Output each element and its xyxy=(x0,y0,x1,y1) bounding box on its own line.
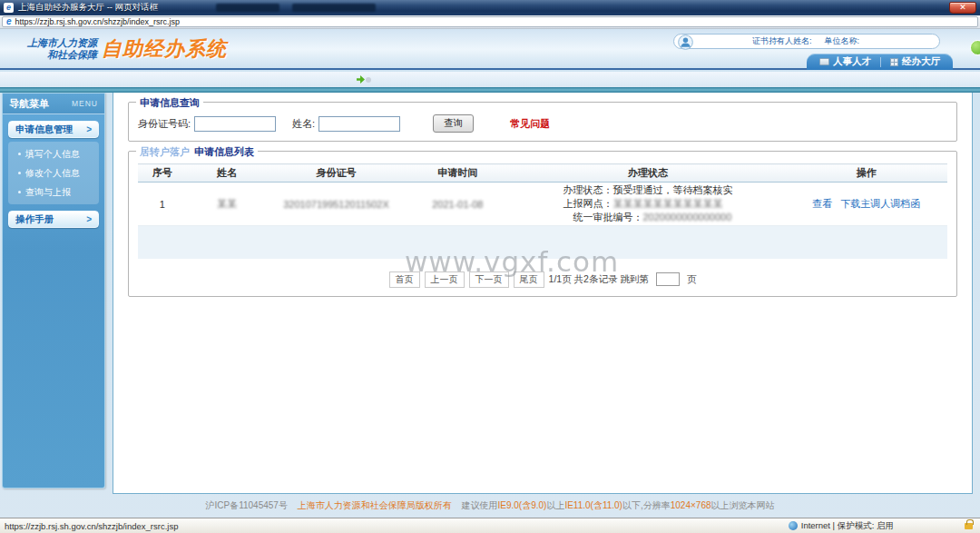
close-button[interactable]: ✕ xyxy=(949,2,976,14)
sidebar-toggle[interactable] xyxy=(357,75,371,84)
floating-badge[interactable] xyxy=(970,40,980,55)
bullet-icon xyxy=(18,153,21,155)
url-text: https://zzjb.rsj.sh.gov.cn/shzzjb/index_… xyxy=(15,17,180,26)
prev-page-button[interactable]: 上一页 xyxy=(425,271,465,288)
copyright-text: 上海市人力资源和社会保障局版权所有 xyxy=(298,500,452,510)
col-apply-time: 申请时间 xyxy=(405,164,510,183)
list-section-legend: 居转户落户申请信息列表 xyxy=(136,145,258,159)
redacted-apply-time: 2021-01-08 xyxy=(432,199,483,210)
user-icon xyxy=(678,35,693,52)
chevron-right-icon: > xyxy=(86,214,92,224)
table-row: 1 某某 320107199512011502X 2021-01-08 办理状态… xyxy=(138,183,947,226)
toolbar-band xyxy=(0,72,980,87)
query-section: 申请信息查询 身份证号码: 姓名: 查询 常见问题 xyxy=(128,102,957,142)
redacted-title-block xyxy=(216,4,279,12)
last-page-button[interactable]: 尾页 xyxy=(514,271,544,288)
tab-service-hall[interactable]: 经办大厅 xyxy=(890,55,940,68)
page-body: 导航菜单 MENU 申请信息管理 > 填写个人信息 修改个人信息 查询与上报 xyxy=(0,93,980,518)
query-form-row: 身份证号码: 姓名: 查询 常见问题 xyxy=(138,114,947,133)
col-status: 办理状态 xyxy=(510,164,785,183)
browser-advice: 以下,分辨率 xyxy=(622,500,671,510)
bullet-icon xyxy=(18,172,21,174)
ie-page-icon: e xyxy=(6,17,12,26)
redacted-name: 某某 xyxy=(217,198,237,209)
application-table: 序号 姓名 身份证号 申请时间 办理状态 操作 1 某某 32010719951 xyxy=(138,163,947,259)
sidebar-group-label: 操作手册 xyxy=(15,213,54,226)
ie-version-min: IE9.0(含9.0) xyxy=(497,500,546,510)
cell-name: 某某 xyxy=(187,183,268,226)
navigation-sidebar: 导航菜单 MENU 申请信息管理 > 填写个人信息 修改个人信息 查询与上报 xyxy=(2,93,105,489)
tab-label: 经办大厅 xyxy=(902,55,940,68)
report-site-line: 上报网点：某某某某某某某某某某某 xyxy=(563,197,732,211)
sidebar-item-label: 修改个人信息 xyxy=(25,167,80,180)
id-number-label: 身份证号码: xyxy=(138,117,191,131)
status-line: 办理状态：预受理通过，等待档案核实 xyxy=(563,183,732,197)
jump-page-input[interactable] xyxy=(656,272,680,286)
download-transfer-letter-link[interactable]: 下载主调人调档函 xyxy=(840,198,920,209)
first-page-button[interactable]: 首页 xyxy=(389,271,420,288)
query-section-legend: 申请信息查询 xyxy=(136,96,203,110)
sidebar-group-label: 申请信息管理 xyxy=(15,123,73,136)
header-tabs: 人事人才 经办大厅 xyxy=(807,54,953,70)
redacted-approval-no: 2020000000000000 xyxy=(642,212,731,222)
icp-number: 沪ICP备11045457号 xyxy=(205,500,287,510)
url-field[interactable]: e https://zzjb.rsj.sh.gov.cn/shzzjb/inde… xyxy=(2,16,978,27)
cell-status: 办理状态：预受理通过，等待档案核实 上报网点：某某某某某某某某某某某 统一审批编… xyxy=(510,183,785,226)
bullet-icon xyxy=(18,191,21,193)
cert-holder-label: 证书持有人姓名: xyxy=(752,35,812,47)
col-seq: 序号 xyxy=(138,164,187,183)
security-zone: Internet | 保护模式: 启用 xyxy=(789,520,894,532)
window-title: 上海自助经办服务大厅 -- 网页对话框 xyxy=(18,2,158,14)
toggle-dot-icon xyxy=(366,77,371,83)
login-info-bar: 证书持有人姓名: 单位名称: xyxy=(673,34,940,49)
tab-label: 人事人才 xyxy=(833,55,871,68)
address-bar: e https://zzjb.rsj.sh.gov.cn/shzzjb/inde… xyxy=(0,15,980,29)
legend-prefix-redacted: 居转户落户 xyxy=(140,146,190,157)
chevron-right-icon: > xyxy=(86,124,92,134)
faq-link[interactable]: 常见问题 xyxy=(510,117,550,131)
cell-apply-time: 2021-01-08 xyxy=(405,183,510,226)
expand-arrow-icon xyxy=(357,75,365,84)
page-footer: 沪ICP备11045457号 上海市人力资源和社会保障局版权所有 建议使用IE9… xyxy=(0,499,980,512)
sidebar-item-query-and-report[interactable]: 查询与上报 xyxy=(8,183,99,202)
sidebar-group-operation-manual[interactable]: 操作手册 > xyxy=(8,211,99,228)
status-url: https://zzjb.rsj.sh.gov.cn/shzzjb/index_… xyxy=(5,521,178,531)
sidebar-group-application-info[interactable]: 申请信息管理 > xyxy=(8,121,99,138)
sidebar-item-label: 查询与上报 xyxy=(25,186,71,199)
site-logo: 上海市人力资源 和社会保障 自助经办系统 xyxy=(27,35,227,63)
cell-actions: 查看 下载主调人调档函 xyxy=(786,183,947,226)
legend-main: 申请信息列表 xyxy=(194,146,254,157)
building-icon xyxy=(890,58,898,66)
lock-icon xyxy=(965,523,973,529)
next-page-button[interactable]: 下一页 xyxy=(469,271,509,288)
logo-text: 上海市人力资源 和社会保障 xyxy=(27,37,97,61)
ie-version-max: IE11.0(含11.0) xyxy=(564,500,622,510)
sidebar-item-fill-personal-info[interactable]: 填写个人信息 xyxy=(8,144,99,163)
browser-status-bar: https://zzjb.rsj.sh.gov.cn/shzzjb/index_… xyxy=(0,518,980,533)
logo-accent-text: 自助经办系统 xyxy=(102,35,227,63)
id-number-input[interactable] xyxy=(194,116,276,132)
internet-globe-icon xyxy=(789,521,798,530)
name-label: 姓名: xyxy=(292,117,315,131)
browser-dialog-window: e 上海自助经办服务大厅 -- 网页对话框 ✕ e https://zzjb.r… xyxy=(0,0,980,533)
pagination: 首页 上一页 下一页 尾页 1/1页 共2条记录 跳到第 页 xyxy=(138,271,947,288)
page-suffix: 页 xyxy=(687,273,697,286)
approval-no-line: 统一审批编号：2020000000000000 xyxy=(563,211,732,224)
browser-advice: 以上 xyxy=(546,500,564,510)
view-link[interactable]: 查看 xyxy=(812,198,832,209)
sidebar-item-label: 填写个人信息 xyxy=(25,148,80,161)
menu-tag: MENU xyxy=(72,99,98,108)
col-name: 姓名 xyxy=(187,164,268,183)
table-row-empty xyxy=(138,226,947,259)
tab-personnel-talent[interactable]: 人事人才 xyxy=(819,55,871,68)
sidebar-item-modify-personal-info[interactable]: 修改个人信息 xyxy=(8,163,99,183)
search-button[interactable]: 查询 xyxy=(433,114,474,133)
window-titlebar: e 上海自助经办服务大厅 -- 网页对话框 ✕ xyxy=(0,0,980,15)
name-input[interactable] xyxy=(318,116,400,132)
table-header-row: 序号 姓名 身份证号 申请时间 办理状态 操作 xyxy=(138,164,947,183)
sidebar-header: 导航菜单 MENU xyxy=(3,94,104,114)
application-list-section: 居转户落户申请信息列表 序号 姓名 身份证号 申请时间 办理状态 xyxy=(128,151,957,297)
redacted-id-number: 320107199512011502X xyxy=(283,199,389,210)
cell-seq: 1 xyxy=(138,183,187,226)
site-header: 上海市人力资源 和社会保障 自助经办系统 证书持有人姓名: 单位名称: 人事人才 xyxy=(0,29,980,70)
